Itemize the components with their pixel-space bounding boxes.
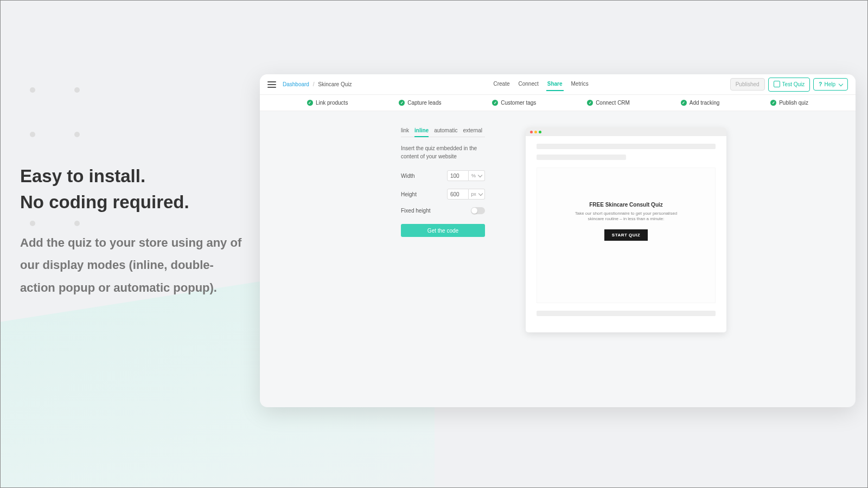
edit-icon (774, 81, 780, 88)
window-close-icon (530, 131, 533, 133)
preview-subtitle: Take our short questionnaire to get your… (572, 211, 680, 222)
app-header: Dashboard / Skincare Quiz Create Connect… (260, 74, 856, 95)
headline-line-2: No coding required. (20, 192, 189, 212)
marketing-copy: Easy to install. No coding required. Add… (20, 163, 248, 299)
check-icon: ✓ (492, 100, 498, 106)
step-add-tracking[interactable]: ✓Add tracking (681, 100, 720, 106)
headline: Easy to install. No coding required. (20, 163, 248, 215)
published-badge[interactable]: Published (730, 78, 765, 91)
subtab-external[interactable]: external (463, 127, 483, 133)
step-label: Capture leads (407, 100, 441, 106)
tab-connect[interactable]: Connect (517, 78, 539, 91)
height-unit-select[interactable]: px (469, 189, 485, 200)
step-label: Link products (316, 100, 348, 106)
breadcrumb: Dashboard / Skincare Quiz (283, 81, 352, 87)
height-input[interactable] (447, 189, 469, 200)
check-icon: ✓ (399, 100, 405, 106)
tab-create[interactable]: Create (492, 78, 510, 91)
window-max-icon (539, 131, 541, 133)
step-publish-quiz[interactable]: ✓Publish quiz (770, 100, 808, 106)
subtab-automatic[interactable]: automatic (434, 127, 457, 133)
width-input[interactable] (447, 170, 469, 181)
check-icon: ✓ (587, 100, 593, 106)
width-unit-select[interactable]: % (469, 170, 485, 181)
step-connect-crm[interactable]: ✓Connect CRM (587, 100, 630, 106)
check-icon: ✓ (681, 100, 687, 106)
start-quiz-button[interactable]: START QUIZ (604, 229, 648, 241)
width-row: Width % (401, 170, 485, 181)
step-customer-tags[interactable]: ✓Customer tags (492, 100, 536, 106)
chevron-down-icon (478, 191, 483, 196)
check-icon: ✓ (770, 100, 776, 106)
preview-title: FREE Skincare Consult Quiz (537, 202, 715, 208)
subtab-link[interactable]: link (401, 127, 409, 133)
help-icon (819, 81, 822, 87)
subtab-inline[interactable]: inline (414, 127, 429, 137)
skeleton-line (537, 144, 716, 149)
tab-share[interactable]: Share (546, 78, 564, 91)
fixed-height-row: Fixed height (401, 207, 485, 214)
width-unit-label: % (471, 173, 476, 178)
mode-description: Insert the quiz embedded in the content … (401, 145, 485, 160)
browser-chrome (526, 127, 726, 136)
primary-tabs: Create Connect Share Metrics (492, 78, 589, 91)
step-label: Add tracking (690, 100, 720, 106)
skeleton-line (537, 311, 716, 316)
share-body: link inline automatic external Insert th… (260, 111, 856, 332)
fixed-height-label: Fixed height (401, 208, 430, 214)
tab-metrics[interactable]: Metrics (570, 78, 590, 91)
chevron-down-icon (839, 81, 843, 86)
share-mode-tabs: link inline automatic external (401, 127, 485, 137)
browser-page: FREE Skincare Consult Quiz Take our shor… (526, 136, 726, 332)
menu-icon[interactable] (267, 81, 276, 88)
step-label: Publish quiz (779, 100, 808, 106)
height-row: Height px (401, 189, 485, 200)
breadcrumb-current: Skincare Quiz (318, 81, 352, 87)
step-capture-leads[interactable]: ✓Capture leads (399, 100, 441, 106)
test-quiz-label: Test Quiz (782, 81, 805, 87)
marketing-desc: Add the quiz to your store using any of … (20, 232, 248, 299)
check-icon: ✓ (307, 100, 313, 106)
help-button[interactable]: Help (813, 78, 848, 91)
browser-mock: FREE Skincare Consult Quiz Take our shor… (526, 127, 726, 332)
headline-line-1: Easy to install. (20, 166, 145, 186)
skeleton-line (537, 155, 626, 160)
height-unit-label: px (471, 191, 476, 197)
breadcrumb-sep: / (313, 81, 315, 87)
width-label: Width (401, 173, 415, 179)
breadcrumb-dashboard[interactable]: Dashboard (283, 81, 309, 87)
fixed-height-toggle[interactable] (471, 207, 485, 214)
step-label: Customer tags (501, 100, 536, 106)
app-window: Dashboard / Skincare Quiz Create Connect… (260, 74, 856, 407)
step-link-products[interactable]: ✓Link products (307, 100, 348, 106)
preview-pane: FREE Skincare Consult Quiz Take our shor… (526, 127, 726, 332)
window-min-icon (534, 131, 537, 133)
height-label: Height (401, 191, 417, 197)
get-code-button[interactable]: Get the code (401, 224, 485, 237)
step-label: Connect CRM (596, 100, 630, 106)
chevron-down-icon (478, 173, 482, 177)
test-quiz-button[interactable]: Test Quiz (768, 78, 810, 92)
progress-steps: ✓Link products ✓Capture leads ✓Customer … (260, 95, 856, 111)
quiz-embed-preview: FREE Skincare Consult Quiz Take our shor… (537, 168, 716, 303)
help-label: Help (824, 81, 835, 87)
